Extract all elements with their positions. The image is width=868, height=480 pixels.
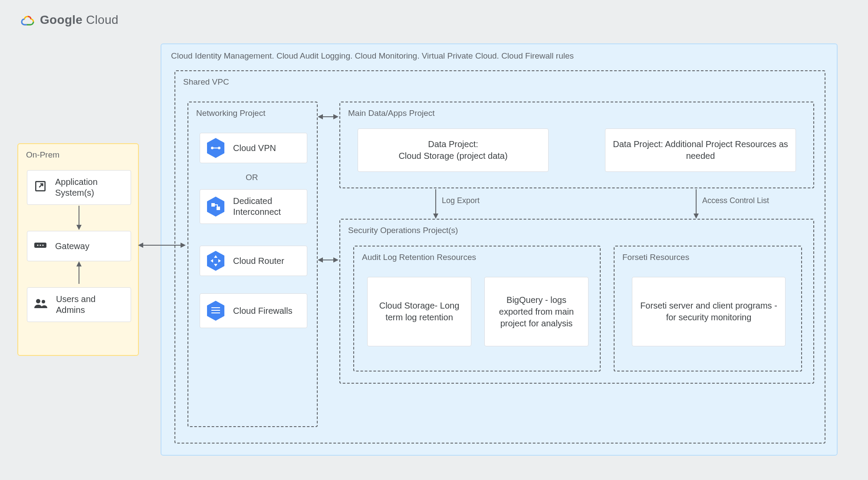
cloud-firewalls-icon (206, 300, 225, 322)
cloud-router-card: Cloud Router (200, 246, 307, 276)
cloud-vpn-card: Cloud VPN (200, 133, 307, 163)
svg-point-5 (36, 299, 40, 303)
forseti-card: Forseti server and client programs - for… (632, 277, 786, 346)
secops-label: Security Operations Project(s) (348, 226, 458, 235)
audit-group: Audit Log Retention Resources Cloud Stor… (353, 246, 601, 372)
external-link-icon (33, 179, 47, 196)
app-systems-label: Application System(s) (55, 177, 125, 198)
audit-cloud-storage-card: Cloud Storage- Long term log retention (367, 277, 471, 346)
networking-project-group: Networking Project Cloud VPN OR Dedicate… (187, 102, 318, 427)
svg-point-2 (37, 244, 38, 246)
or-label: OR (246, 173, 258, 182)
svg-marker-18 (207, 251, 224, 271)
svg-marker-36 (694, 214, 699, 219)
svg-rect-14 (212, 148, 219, 148)
svg-marker-32 (333, 257, 339, 263)
acl-label: Access Control List (702, 196, 769, 205)
onprem-group: On-Prem Application System(s) Gateway Us… (17, 143, 139, 356)
google-cloud-icon (17, 13, 35, 27)
svg-marker-34 (433, 214, 438, 219)
svg-marker-28 (318, 114, 323, 119)
data-project-storage-label: Data Project: Cloud Storage (project dat… (398, 138, 507, 162)
onprem-label: On-Prem (26, 150, 59, 160)
svg-rect-16 (211, 203, 215, 207)
svg-marker-15 (207, 197, 224, 217)
svg-point-6 (42, 300, 45, 303)
app-systems-card: Application System(s) (27, 170, 131, 205)
gateway-label: Gateway (55, 241, 89, 251)
shared-vpc-group: Shared VPC Networking Project Cloud VPN … (174, 70, 825, 444)
forseti-group: Forseti Resources Forseti server and cli… (614, 246, 802, 372)
log-export-label: Log Export (442, 196, 480, 205)
gateway-card: Gateway (27, 231, 131, 261)
audit-label: Audit Log Retention Resources (362, 253, 476, 262)
cloud-router-label: Cloud Router (233, 256, 284, 266)
gateway-icon (33, 240, 47, 253)
secops-group: Security Operations Project(s) Audit Log… (339, 219, 814, 384)
svg-marker-29 (333, 114, 339, 119)
svg-point-3 (39, 244, 41, 246)
main-project-label: Main Data/Apps Project (348, 108, 435, 118)
data-project-resources-card: Data Project: Additional Project Resourc… (605, 128, 796, 172)
dedicated-interconnect-label: Dedicated Interconnect (233, 196, 301, 217)
audit-cloud-storage-label: Cloud Storage- Long term log retention (374, 300, 465, 323)
svg-marker-10 (76, 261, 82, 266)
cloud-vpn-icon (206, 137, 225, 159)
cloud-caption: Cloud Identity Management. Cloud Audit L… (171, 51, 574, 61)
data-project-storage-card: Data Project: Cloud Storage (project dat… (358, 128, 549, 172)
users-card: Users and Admins (27, 287, 131, 322)
users-icon (33, 298, 48, 312)
shared-vpc-label: Shared VPC (183, 77, 229, 87)
networking-project-label: Networking Project (196, 108, 265, 118)
cloud-firewalls-card: Cloud Firewalls (200, 293, 307, 328)
interconnect-icon (206, 196, 225, 217)
forseti-label: Forseti Resources (622, 253, 689, 262)
dedicated-interconnect-card: Dedicated Interconnect (200, 189, 307, 224)
audit-bigquery-card: BigQuery - logs exported from main proje… (484, 277, 589, 346)
data-project-resources-label: Data Project: Additional Project Resourc… (612, 138, 789, 162)
svg-marker-8 (76, 225, 82, 230)
cloud-panel: Cloud Identity Management. Cloud Audit L… (161, 43, 838, 456)
cloud-firewalls-label: Cloud Firewalls (233, 306, 293, 316)
svg-point-4 (42, 244, 43, 246)
audit-bigquery-label: BigQuery - logs exported from main proje… (491, 294, 582, 329)
diagram: Google Cloud On-Prem Application System(… (0, 0, 868, 480)
google-cloud-logo: Google Cloud (17, 13, 118, 27)
cloud-vpn-label: Cloud VPN (233, 143, 276, 153)
svg-marker-31 (318, 257, 323, 263)
users-label: Users and Admins (56, 294, 125, 316)
logo-text: Google Cloud (40, 13, 118, 27)
main-project-group: Main Data/Apps Project Data Project: Clo… (339, 102, 814, 188)
cloud-router-icon (206, 250, 225, 272)
forseti-card-label: Forseti server and client programs - for… (638, 300, 779, 323)
